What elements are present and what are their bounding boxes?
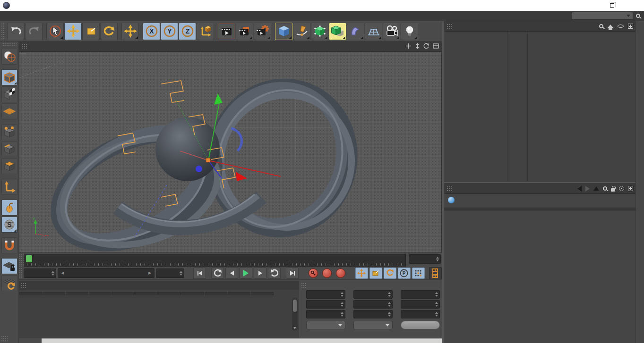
eye-icon[interactable]	[618, 25, 624, 28]
attr-menu-userdata[interactable]	[470, 188, 478, 190]
up-icon[interactable]	[593, 186, 599, 191]
add-camera-button[interactable]	[383, 23, 400, 40]
focus-icon[interactable]	[619, 186, 624, 191]
add-sweep-generator-button[interactable]	[329, 23, 346, 40]
rotation-b-field[interactable]	[401, 310, 440, 318]
size-x-field[interactable]	[353, 290, 393, 299]
rotation-h-field[interactable]	[401, 290, 440, 299]
add-deformer-button[interactable]	[347, 23, 364, 40]
play-backwards-button[interactable]	[211, 268, 224, 279]
rotation-p-field[interactable]	[401, 300, 440, 309]
layout-dropdown[interactable]	[572, 12, 633, 20]
scroll-down-icon[interactable]	[293, 327, 296, 329]
render-view-button[interactable]	[218, 23, 235, 40]
coordinate-mode-dropdown[interactable]	[306, 321, 345, 329]
point-level-animation-toggle[interactable]	[412, 268, 425, 279]
material-scrollbar-thumb[interactable]	[293, 300, 297, 312]
add-panel-icon[interactable]	[628, 24, 633, 29]
mode-toolbar-grip[interactable]	[2, 42, 17, 46]
history-back-icon[interactable]	[577, 186, 582, 192]
timeline-playhead[interactable]	[26, 255, 32, 262]
workplane-mode-button[interactable]	[1, 103, 17, 119]
range-end-field[interactable]	[156, 268, 184, 278]
enable-axis-mode-button[interactable]	[1, 179, 17, 195]
lock-y-axis-button[interactable]: Y	[161, 23, 178, 40]
record-position-toggle[interactable]	[355, 268, 368, 279]
add-light-button[interactable]	[401, 23, 418, 40]
zoom-view-icon[interactable]	[415, 43, 420, 50]
live-selection-button[interactable]	[46, 23, 64, 40]
add-spline-pen-button[interactable]	[293, 23, 310, 40]
goto-end-button[interactable]	[286, 268, 299, 279]
pan-view-icon[interactable]	[405, 43, 412, 50]
make-editable-button[interactable]	[1, 49, 17, 65]
viewport-grip[interactable]	[22, 43, 27, 49]
transport-grip[interactable]	[19, 268, 22, 279]
add-subdivision-surface-button[interactable]	[311, 23, 328, 40]
search-icon[interactable]	[636, 14, 640, 18]
position-y-field[interactable]	[306, 300, 345, 309]
toggle-view-icon[interactable]	[433, 43, 439, 50]
range-right-arrow[interactable]: ▶	[148, 271, 151, 275]
play-forwards-button[interactable]	[240, 268, 252, 279]
record-parameter-toggle[interactable]: P	[398, 268, 411, 279]
polygons-mode-button[interactable]	[1, 158, 17, 174]
snap-settings-button[interactable]: S	[1, 217, 17, 233]
magnet-tool-button[interactable]	[1, 237, 17, 253]
title-bar[interactable]	[0, 0, 644, 11]
record-keyframe-button[interactable]	[307, 268, 319, 279]
edges-mode-button[interactable]	[1, 141, 17, 157]
autokeying-button[interactable]	[321, 268, 333, 279]
material-grip[interactable]	[21, 283, 26, 288]
goto-start-button[interactable]	[193, 268, 206, 279]
stepper-arrows[interactable]	[180, 271, 182, 276]
redo-button[interactable]	[25, 23, 43, 40]
preview-range-slider[interactable]: ◀ ▶	[58, 268, 155, 278]
attr-menu-mode[interactable]	[453, 188, 461, 190]
model-mode-button[interactable]	[1, 69, 17, 85]
lock-workplane-button[interactable]	[1, 258, 17, 274]
resize-grip[interactable]	[1, 335, 8, 342]
add-panel-icon[interactable]	[628, 186, 633, 191]
position-x-field[interactable]	[306, 290, 345, 299]
tweak-mode-button[interactable]	[1, 200, 17, 216]
record-scale-toggle[interactable]	[369, 268, 382, 279]
restore-button[interactable]	[601, 0, 623, 11]
undo-button[interactable]	[7, 23, 25, 40]
attribute-grip[interactable]	[447, 186, 452, 192]
rotate-tool-button[interactable]	[100, 23, 118, 40]
align-workplane-button[interactable]	[1, 275, 17, 291]
timeline-grip[interactable]	[19, 254, 24, 267]
record-rotation-toggle[interactable]	[384, 268, 396, 279]
move-tool-button[interactable]	[64, 23, 82, 40]
lock-z-axis-button[interactable]: Z	[179, 23, 196, 40]
range-left-arrow[interactable]: ◀	[61, 271, 64, 275]
attr-menu-edit[interactable]	[462, 188, 469, 190]
rotate-view-icon[interactable]	[423, 43, 429, 50]
timeline-ruler[interactable]	[24, 254, 406, 267]
coordinate-system-button[interactable]	[197, 23, 214, 40]
apply-button[interactable]	[401, 321, 440, 329]
size-z-field[interactable]	[353, 310, 393, 318]
history-forward-icon[interactable]	[585, 186, 590, 192]
next-frame-button[interactable]	[254, 268, 266, 279]
home-icon[interactable]	[608, 25, 613, 28]
previous-frame-button[interactable]	[225, 268, 238, 279]
lock-x-axis-button[interactable]: X	[143, 23, 160, 40]
filmstrip-button[interactable]	[429, 267, 442, 279]
timeline-frame-field[interactable]	[409, 254, 441, 264]
close-button[interactable]	[623, 0, 644, 11]
texture-mode-button[interactable]	[1, 86, 17, 102]
size-y-field[interactable]	[353, 300, 393, 309]
toolbar-grip[interactable]	[1, 22, 5, 40]
viewport-view-label[interactable]	[19, 53, 26, 54]
search-icon[interactable]	[599, 24, 603, 28]
material-scrollbar[interactable]	[292, 298, 298, 331]
stepper-arrows[interactable]	[52, 271, 54, 276]
scale-tool-button[interactable]	[82, 23, 100, 40]
position-z-field[interactable]	[306, 310, 345, 318]
lock-icon[interactable]	[611, 188, 615, 192]
play-loop-button[interactable]	[268, 268, 281, 279]
viewport-canvas[interactable]: Y	[19, 51, 442, 252]
range-start-field[interactable]	[24, 268, 56, 278]
